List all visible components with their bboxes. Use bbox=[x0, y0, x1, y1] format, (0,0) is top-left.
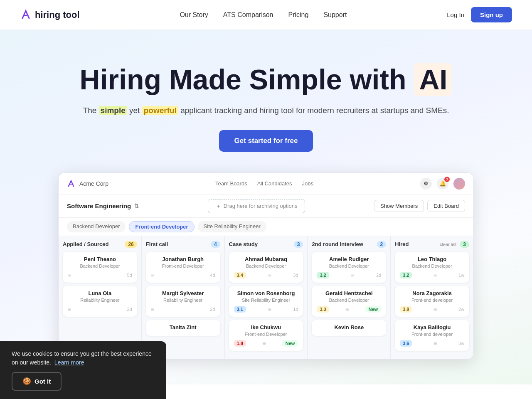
nav-link-our-story[interactable]: Our Story bbox=[180, 11, 208, 19]
card-footer: 3.1 ≡ 1d bbox=[234, 306, 298, 313]
card-age: 4d bbox=[210, 273, 215, 278]
notification-badge: 3 bbox=[444, 177, 450, 182]
card-menu-icon[interactable]: ≡ bbox=[433, 340, 437, 347]
kanban-card[interactable]: Amelie Rudiger Backend Developer 3.2 ≡ 2… bbox=[312, 252, 386, 283]
card-age: 2d bbox=[376, 273, 381, 278]
edit-board-button[interactable]: Edit Board bbox=[427, 200, 465, 212]
hero-headline: Hiring Made Simple with AI bbox=[8, 63, 524, 96]
kanban-card[interactable]: Peni Theano Backend Developer ≡ 5d bbox=[63, 252, 137, 283]
card-menu-icon[interactable]: ≡ bbox=[151, 306, 154, 313]
kanban-card[interactable]: Jonathan Burgh Front-end Developer ≡ 4d bbox=[146, 252, 220, 283]
card-score: 3.6 bbox=[400, 340, 412, 347]
nav-logo[interactable]: hiring tool bbox=[20, 9, 80, 21]
card-age: 3w bbox=[458, 341, 464, 346]
nav-actions: Log In Sign up bbox=[447, 7, 512, 22]
card-role: Front-end developer bbox=[400, 332, 464, 337]
kanban-card[interactable]: Margit Sylvester Reliability Engineer ≡ … bbox=[146, 286, 220, 317]
tab-backend-developer[interactable]: Backend Developer bbox=[67, 221, 126, 232]
kanban-col-first-call: First call 4 Jonathan Burgh Front-end De… bbox=[142, 236, 225, 359]
app-window: Acme Corp Team Boards All Candidates Job… bbox=[58, 172, 474, 360]
board-select-arrow-icon: ⇅ bbox=[134, 203, 139, 209]
board-select[interactable]: Software Engineering ⇅ bbox=[67, 202, 139, 209]
card-footer: 3.6 ≡ 3w bbox=[400, 340, 464, 347]
card-menu-icon[interactable]: ≡ bbox=[262, 340, 266, 347]
tab-frontend-developer[interactable]: Front-end Developer bbox=[129, 221, 194, 232]
nav-link-pricing[interactable]: Pricing bbox=[288, 11, 308, 19]
cta-button[interactable]: Get started for free bbox=[219, 130, 313, 152]
card-role: Backend Developer bbox=[400, 264, 464, 268]
nav-link-ats[interactable]: ATS Comparison bbox=[223, 11, 273, 19]
col-count-case-study: 3 bbox=[294, 241, 303, 248]
notifications-icon-btn[interactable]: 🔔 3 bbox=[437, 178, 448, 190]
card-role: Site Reliability Engineer bbox=[234, 298, 298, 303]
card-name: Margit Sylvester bbox=[151, 290, 215, 296]
app-topbar: Acme Corp Team Boards All Candidates Job… bbox=[59, 173, 473, 195]
col-count-2nd-round: 2 bbox=[377, 241, 387, 248]
card-name: Kevin Rose bbox=[317, 324, 381, 330]
signup-button[interactable]: Sign up bbox=[471, 7, 512, 22]
kanban-card[interactable]: Kaya Ballioglu Front-end developer 3.6 ≡… bbox=[395, 320, 469, 351]
hero-powerful-highlight: powerful bbox=[142, 106, 178, 115]
card-menu-icon[interactable]: ≡ bbox=[68, 306, 71, 313]
hero-section: Hiring Made Simple with AI The simple ye… bbox=[0, 30, 532, 384]
card-footer: ≡ 2d bbox=[68, 306, 132, 313]
card-name: Leo Thiago bbox=[400, 256, 464, 262]
show-members-button[interactable]: Show Members bbox=[374, 200, 424, 212]
card-menu-icon[interactable]: ≡ bbox=[268, 306, 271, 313]
card-new-badge: New bbox=[282, 340, 298, 347]
tab-sre[interactable]: Site Reliability Engineer bbox=[198, 221, 266, 232]
col-count-hired: 3 bbox=[460, 241, 469, 248]
kanban-card[interactable]: Ike Chukwu Front-end Developer 1.8 ≡ New bbox=[229, 320, 303, 351]
kanban-board: Applied / Sourced 26 Peni Theano Backend… bbox=[59, 236, 473, 359]
clear-list-link[interactable]: clear list bbox=[440, 242, 456, 247]
user-avatar[interactable] bbox=[453, 178, 465, 190]
card-role: Front-end Developer bbox=[151, 264, 215, 268]
kanban-card[interactable]: Tanita Zint bbox=[146, 320, 220, 336]
cookie-got-it-button[interactable]: 🍪 Got it bbox=[12, 372, 62, 384]
card-menu-icon[interactable]: ≡ bbox=[151, 272, 154, 278]
app-nav-jobs[interactable]: Jobs bbox=[302, 180, 313, 187]
cookie-emoji: 🍪 bbox=[22, 377, 31, 384]
app-board-bar: Software Engineering ⇅ ＋ Drag here for a… bbox=[59, 195, 473, 218]
card-score: 3.2 bbox=[317, 272, 329, 278]
kanban-card[interactable]: Ahmad Mubaraq Backend Developer 3.4 ≡ 3d bbox=[229, 252, 303, 283]
kanban-col-hired: Hired clear list 3 Leo Thiago Backend De… bbox=[391, 236, 473, 359]
col-title-case-study: Case study bbox=[229, 241, 258, 247]
card-name: Amelie Rudiger bbox=[317, 256, 381, 262]
card-age: 1w bbox=[458, 273, 464, 278]
card-age: 1d bbox=[293, 307, 298, 312]
card-footer: ≡ 4d bbox=[151, 272, 215, 278]
card-menu-icon[interactable]: ≡ bbox=[68, 272, 71, 278]
kanban-card[interactable]: Leo Thiago Backend Developer 3.2 ≡ 1w bbox=[395, 252, 469, 283]
card-footer: 3.2 ≡ 1w bbox=[400, 272, 464, 278]
nav-links: Our Story ATS Comparison Pricing Support bbox=[180, 11, 347, 19]
card-score: 3.2 bbox=[400, 272, 412, 278]
hero-subtext: The simple yet powerful applicant tracki… bbox=[8, 106, 524, 115]
card-menu-icon[interactable]: ≡ bbox=[433, 306, 437, 313]
kanban-card[interactable]: Simon von Rosenborg Site Reliability Eng… bbox=[229, 286, 303, 317]
settings-icon-btn[interactable]: ⚙ bbox=[420, 178, 432, 190]
card-name: Simon von Rosenborg bbox=[234, 290, 298, 296]
card-menu-icon[interactable]: ≡ bbox=[345, 306, 349, 313]
kanban-card[interactable]: Nora Zagorakis Front-end developer 3.8 ≡… bbox=[395, 286, 469, 317]
card-role: Backend Developer bbox=[317, 264, 381, 268]
card-name: Gerald Hentzschel bbox=[317, 290, 381, 296]
nav-link-support[interactable]: Support bbox=[323, 11, 347, 19]
col-header-case-study: Case study 3 bbox=[229, 241, 303, 248]
card-footer: ≡ 5d bbox=[68, 272, 132, 278]
nav-logo-text: hiring tool bbox=[35, 10, 80, 20]
hero-simple-highlight: simple bbox=[99, 106, 127, 115]
col-title-2nd-round: 2nd round interview bbox=[312, 241, 363, 247]
card-menu-icon[interactable]: ≡ bbox=[351, 272, 354, 278]
card-role: Backend Developer bbox=[317, 298, 381, 303]
kanban-card[interactable]: Kevin Rose bbox=[312, 320, 386, 336]
login-button[interactable]: Log In bbox=[447, 11, 464, 18]
cookie-learn-more-link[interactable]: Learn more bbox=[54, 359, 84, 366]
card-menu-icon[interactable]: ≡ bbox=[268, 272, 271, 278]
app-nav-team-boards[interactable]: Team Boards bbox=[215, 180, 247, 187]
kanban-card[interactable]: Luna Ola Reliability Engineer ≡ 2d bbox=[63, 286, 137, 317]
card-menu-icon[interactable]: ≡ bbox=[433, 272, 437, 278]
app-nav-all-candidates[interactable]: All Candidates bbox=[257, 180, 292, 187]
card-name: Ike Chukwu bbox=[234, 324, 298, 330]
kanban-card[interactable]: Gerald Hentzschel Backend Developer 3.3 … bbox=[312, 286, 386, 317]
